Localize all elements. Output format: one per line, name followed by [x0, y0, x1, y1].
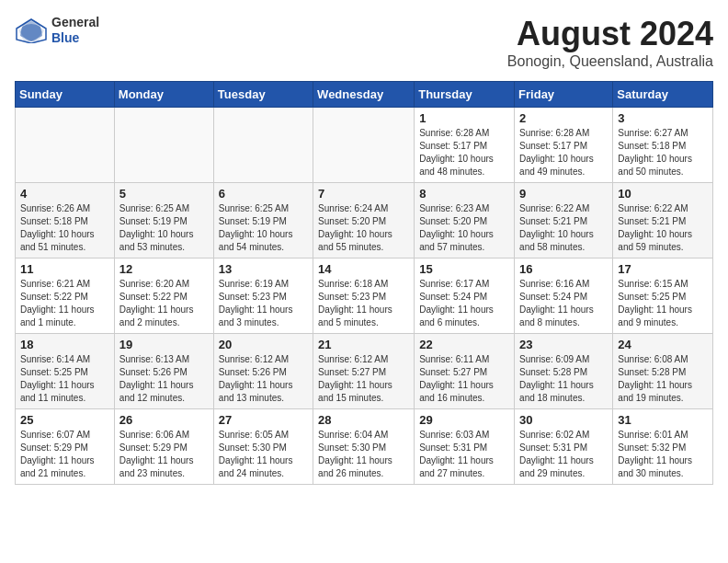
weekday-header: Monday	[114, 82, 213, 108]
calendar-cell: 7Sunrise: 6:24 AM Sunset: 5:20 PM Daylig…	[313, 183, 415, 259]
logo-icon	[15, 17, 48, 43]
calendar-cell: 20Sunrise: 6:12 AM Sunset: 5:26 PM Dayli…	[213, 334, 313, 409]
day-info: Sunrise: 6:23 AM Sunset: 5:20 PM Dayligh…	[419, 202, 509, 254]
calendar-cell: 29Sunrise: 6:03 AM Sunset: 5:31 PM Dayli…	[415, 409, 515, 485]
day-number: 4	[20, 187, 109, 201]
calendar-cell: 26Sunrise: 6:06 AM Sunset: 5:29 PM Dayli…	[114, 409, 213, 485]
day-info: Sunrise: 6:07 AM Sunset: 5:29 PM Dayligh…	[20, 429, 109, 480]
calendar-cell: 30Sunrise: 6:02 AM Sunset: 5:31 PM Dayli…	[515, 409, 613, 485]
day-number: 6	[219, 187, 308, 201]
day-info: Sunrise: 6:02 AM Sunset: 5:31 PM Dayligh…	[519, 429, 608, 480]
day-info: Sunrise: 6:25 AM Sunset: 5:19 PM Dayligh…	[119, 202, 209, 254]
calendar-cell: 9Sunrise: 6:22 AM Sunset: 5:21 PM Daylig…	[515, 183, 613, 259]
day-info: Sunrise: 6:01 AM Sunset: 5:32 PM Dayligh…	[618, 429, 708, 480]
day-number: 17	[618, 262, 708, 276]
page-header: General Blue August 2024 Bonogin, Queens…	[15, 15, 713, 70]
calendar-cell: 28Sunrise: 6:04 AM Sunset: 5:30 PM Dayli…	[313, 409, 415, 485]
day-number: 12	[119, 262, 209, 276]
calendar-week-row: 25Sunrise: 6:07 AM Sunset: 5:29 PM Dayli…	[16, 409, 713, 485]
weekday-header: Sunday	[16, 82, 115, 108]
calendar-cell: 21Sunrise: 6:12 AM Sunset: 5:27 PM Dayli…	[313, 334, 415, 409]
day-info: Sunrise: 6:06 AM Sunset: 5:29 PM Dayligh…	[119, 429, 209, 480]
day-info: Sunrise: 6:18 AM Sunset: 5:23 PM Dayligh…	[318, 278, 409, 329]
day-number: 21	[318, 338, 409, 351]
calendar-cell: 10Sunrise: 6:22 AM Sunset: 5:21 PM Dayli…	[613, 183, 713, 259]
day-number: 18	[20, 338, 109, 351]
day-number: 13	[219, 262, 308, 276]
day-number: 19	[119, 338, 209, 351]
logo-text: General Blue	[51, 15, 99, 46]
calendar-cell: 14Sunrise: 6:18 AM Sunset: 5:23 PM Dayli…	[313, 259, 415, 334]
day-info: Sunrise: 6:19 AM Sunset: 5:23 PM Dayligh…	[219, 278, 308, 329]
calendar-cell: 15Sunrise: 6:17 AM Sunset: 5:24 PM Dayli…	[415, 259, 515, 334]
calendar-cell: 23Sunrise: 6:09 AM Sunset: 5:28 PM Dayli…	[515, 334, 613, 409]
day-info: Sunrise: 6:05 AM Sunset: 5:30 PM Dayligh…	[219, 429, 308, 480]
calendar-cell: 17Sunrise: 6:15 AM Sunset: 5:25 PM Dayli…	[613, 259, 713, 334]
day-info: Sunrise: 6:12 AM Sunset: 5:27 PM Dayligh…	[318, 353, 409, 405]
day-number: 5	[119, 187, 209, 201]
day-number: 27	[219, 413, 308, 427]
day-info: Sunrise: 6:09 AM Sunset: 5:28 PM Dayligh…	[519, 353, 608, 405]
day-number: 14	[318, 262, 409, 276]
day-info: Sunrise: 6:21 AM Sunset: 5:22 PM Dayligh…	[20, 278, 109, 329]
day-number: 20	[219, 338, 308, 351]
day-info: Sunrise: 6:04 AM Sunset: 5:30 PM Dayligh…	[318, 429, 409, 480]
day-number: 29	[419, 413, 509, 427]
day-number: 9	[519, 187, 608, 201]
day-number: 26	[119, 413, 209, 427]
calendar-cell: 27Sunrise: 6:05 AM Sunset: 5:30 PM Dayli…	[213, 409, 313, 485]
day-number: 28	[318, 413, 409, 427]
day-info: Sunrise: 6:22 AM Sunset: 5:21 PM Dayligh…	[519, 202, 608, 254]
calendar-cell	[114, 108, 213, 183]
main-title: August 2024	[507, 15, 713, 53]
weekday-header: Thursday	[415, 82, 515, 108]
day-info: Sunrise: 6:14 AM Sunset: 5:25 PM Dayligh…	[20, 353, 109, 405]
calendar-cell: 4Sunrise: 6:26 AM Sunset: 5:18 PM Daylig…	[16, 183, 115, 259]
day-info: Sunrise: 6:24 AM Sunset: 5:20 PM Dayligh…	[318, 202, 409, 254]
calendar-cell	[313, 108, 415, 183]
calendar-cell	[16, 108, 115, 183]
day-number: 16	[519, 262, 608, 276]
calendar-cell: 12Sunrise: 6:20 AM Sunset: 5:22 PM Dayli…	[114, 259, 213, 334]
day-number: 31	[618, 413, 708, 427]
calendar-cell: 16Sunrise: 6:16 AM Sunset: 5:24 PM Dayli…	[515, 259, 613, 334]
day-info: Sunrise: 6:27 AM Sunset: 5:18 PM Dayligh…	[618, 127, 708, 178]
day-number: 10	[618, 187, 708, 201]
day-info: Sunrise: 6:28 AM Sunset: 5:17 PM Dayligh…	[519, 127, 608, 178]
calendar-cell: 19Sunrise: 6:13 AM Sunset: 5:26 PM Dayli…	[114, 334, 213, 409]
day-info: Sunrise: 6:11 AM Sunset: 5:27 PM Dayligh…	[419, 353, 509, 405]
day-info: Sunrise: 6:17 AM Sunset: 5:24 PM Dayligh…	[419, 278, 509, 329]
day-info: Sunrise: 6:16 AM Sunset: 5:24 PM Dayligh…	[519, 278, 608, 329]
calendar-cell: 25Sunrise: 6:07 AM Sunset: 5:29 PM Dayli…	[16, 409, 115, 485]
calendar-cell: 1Sunrise: 6:28 AM Sunset: 5:17 PM Daylig…	[415, 108, 515, 183]
calendar-week-row: 4Sunrise: 6:26 AM Sunset: 5:18 PM Daylig…	[16, 183, 713, 259]
day-info: Sunrise: 6:08 AM Sunset: 5:28 PM Dayligh…	[618, 353, 708, 405]
day-number: 11	[20, 262, 109, 276]
day-number: 8	[419, 187, 509, 201]
calendar-cell: 18Sunrise: 6:14 AM Sunset: 5:25 PM Dayli…	[16, 334, 115, 409]
calendar-cell: 2Sunrise: 6:28 AM Sunset: 5:17 PM Daylig…	[515, 108, 613, 183]
calendar-cell: 24Sunrise: 6:08 AM Sunset: 5:28 PM Dayli…	[613, 334, 713, 409]
logo: General Blue	[15, 15, 99, 46]
day-info: Sunrise: 6:28 AM Sunset: 5:17 PM Dayligh…	[419, 127, 509, 178]
day-number: 24	[618, 338, 708, 351]
day-number: 2	[519, 111, 608, 125]
calendar-cell: 13Sunrise: 6:19 AM Sunset: 5:23 PM Dayli…	[213, 259, 313, 334]
day-info: Sunrise: 6:26 AM Sunset: 5:18 PM Dayligh…	[20, 202, 109, 254]
title-block: August 2024 Bonogin, Queensland, Austral…	[507, 15, 713, 70]
subtitle: Bonogin, Queensland, Australia	[507, 53, 713, 70]
day-info: Sunrise: 6:22 AM Sunset: 5:21 PM Dayligh…	[618, 202, 708, 254]
calendar-cell: 6Sunrise: 6:25 AM Sunset: 5:19 PM Daylig…	[213, 183, 313, 259]
calendar-cell: 3Sunrise: 6:27 AM Sunset: 5:18 PM Daylig…	[613, 108, 713, 183]
day-number: 30	[519, 413, 608, 427]
weekday-header: Friday	[515, 82, 613, 108]
day-number: 3	[618, 111, 708, 125]
weekday-header: Saturday	[613, 82, 713, 108]
weekday-header: Tuesday	[213, 82, 313, 108]
day-info: Sunrise: 6:12 AM Sunset: 5:26 PM Dayligh…	[219, 353, 308, 405]
calendar-cell: 8Sunrise: 6:23 AM Sunset: 5:20 PM Daylig…	[415, 183, 515, 259]
calendar-cell: 22Sunrise: 6:11 AM Sunset: 5:27 PM Dayli…	[415, 334, 515, 409]
calendar-week-row: 1Sunrise: 6:28 AM Sunset: 5:17 PM Daylig…	[16, 108, 713, 183]
day-number: 25	[20, 413, 109, 427]
day-info: Sunrise: 6:13 AM Sunset: 5:26 PM Dayligh…	[119, 353, 209, 405]
